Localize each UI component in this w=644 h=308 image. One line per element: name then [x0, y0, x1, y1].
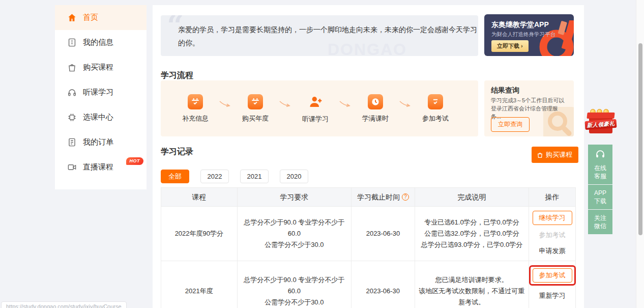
completion-cell: 您已满足培训课时要求。该地区无考试次数限制，不通过可重新考试。 [415, 261, 529, 308]
requirement-line: 公需学分不少于30.0 [265, 239, 324, 250]
live-video-icon [67, 162, 77, 172]
column-header-label: 课程 [192, 191, 206, 203]
tab-2021[interactable]: 2021 [240, 170, 269, 183]
welcome-banner: “ 亲爱的学员，学习是需要长期坚持的，一步一个脚印地走向未来，未来的你一定会感谢… [161, 15, 478, 56]
dongao-watermark: DONGAO [328, 40, 407, 56]
step-arrow-icon [339, 100, 352, 107]
status-bar-url: https://study.dongao.com/study/jxjy/buyC… [1, 301, 127, 308]
app-card-subtitle: 为财会人打造终身学习平台 [491, 31, 555, 38]
sidebar-item-home[interactable]: 首页 [55, 5, 147, 30]
float-button-label: 关注微信 [594, 214, 607, 230]
tab-2020[interactable]: 2020 [280, 170, 308, 183]
app-download-button[interactable]: 立即下载 › [491, 40, 529, 52]
hot-badge: HOT [126, 157, 144, 165]
learning-process-panel: 补充信息购买年度听课学习学满课时参加考试 [161, 80, 478, 136]
online-service-button[interactable]: 在线客服 [588, 145, 612, 184]
course-cell: 2021年度 [161, 261, 238, 308]
app-download-button[interactable]: APP下载 [588, 185, 612, 209]
requirement-line: 总学分不少于90.0 专业学分不少于60.0 [241, 274, 347, 297]
info-doc-icon [67, 38, 77, 47]
completion-line: 该地区无考试次数限制，不通过可重新考试。 [418, 286, 525, 308]
process-step-label: 听课学习 [302, 115, 329, 124]
column-header: 学习要求 [238, 188, 352, 206]
tab-全部[interactable]: 全部 [161, 170, 189, 183]
column-header-label: 操作 [545, 191, 560, 203]
take-exam-button[interactable]: 参加考试 [533, 268, 572, 283]
take-exam-link-disabled: 参加考试 [539, 230, 566, 241]
sidebar-item-label: 听课学习 [83, 88, 113, 97]
table-header-row: 课程学习要求学习截止时间?完成说明操作 [161, 188, 575, 206]
sidebar-item-my-info[interactable]: 我的信息 [55, 30, 147, 55]
process-step-label: 学满课时 [362, 114, 389, 123]
highlight-annotation-box: 参加考试 [529, 265, 576, 286]
sidebar-item-label: 我的订单 [83, 137, 113, 147]
action-cell: 参加考试重新学习申请发票 [529, 261, 575, 308]
follow-wechat-button[interactable]: 关注微信 [588, 210, 612, 234]
step-arrow-icon [399, 100, 412, 107]
sidebar-item-course-center[interactable]: 选课中心 [55, 105, 147, 130]
question-mark-icon[interactable]: ? [402, 193, 409, 201]
newcomer-gift-badge[interactable]: 新人领豪礼 [585, 109, 617, 137]
sidebar-item-buy-courses[interactable]: 购买课程 [55, 55, 147, 80]
apply-invoice-link[interactable]: 申请发票 [539, 306, 566, 308]
sidebar-item-my-orders[interactable]: 我的订单 [55, 130, 147, 155]
main-content: “ 亲爱的学员，学习是需要长期坚持的，一步一个脚印地走向未来，未来的你一定会感谢… [153, 5, 584, 308]
action-cell: 继续学习参加考试申请发票 [529, 207, 575, 261]
process-step-label: 参加考试 [422, 114, 449, 123]
clock-icon [368, 94, 383, 109]
deadline-cell: 2023-06-30 [352, 261, 415, 308]
query-now-button[interactable]: 立即查询 [491, 117, 530, 132]
app-promo-card[interactable]: 东奥继教学堂APP 为财会人打造终身学习平台 立即下载 › [484, 14, 574, 56]
continue-study-button[interactable]: 继续学习 [533, 211, 572, 225]
records-table: 课程学习要求学习截止时间?完成说明操作 2022年度90学分总学分不少于90.0… [161, 187, 576, 308]
column-header-label: 完成说明 [458, 191, 486, 203]
sidebar: 首页我的信息购买课程听课学习选课中心我的订单直播课程HOT [55, 5, 147, 189]
buy-course-button[interactable]: 购买课程 [532, 147, 578, 163]
user-plus-icon [307, 94, 324, 110]
headphones-icon [67, 88, 77, 97]
year-filter-tabs: 全部202220212020 [161, 170, 308, 183]
sidebar-item-label: 购买课程 [83, 63, 113, 72]
requirement-line: 总学分不少于90.0 专业学分不少于60.0 [241, 217, 347, 239]
process-step-label: 补充信息 [182, 114, 209, 123]
sidebar-item-label: 我的信息 [83, 38, 113, 47]
shopping-bag-icon [67, 63, 77, 72]
course-center-icon [67, 113, 77, 122]
shopping-bag-icon [537, 152, 543, 158]
apply-invoice-link[interactable]: 申请发票 [539, 245, 566, 257]
sidebar-item-live-courses[interactable]: 直播课程HOT [55, 155, 147, 180]
process-step: 参加考试 [422, 94, 449, 123]
sidebar-item-listen-study[interactable]: 听课学习 [55, 80, 147, 105]
clipboard-check-icon [428, 94, 443, 109]
step-arrow-icon [219, 100, 232, 107]
requirement-line: 公需学分不少于30.0 [265, 297, 324, 308]
process-step: 听课学习 [302, 94, 329, 124]
column-header: 学习截止时间? [352, 188, 415, 206]
tab-2022[interactable]: 2022 [200, 170, 229, 183]
column-header: 课程 [161, 188, 238, 206]
process-step-label: 购买年度 [242, 114, 269, 123]
result-card-title: 结果查询 [491, 86, 519, 95]
scrollbar-track[interactable] [636, 0, 644, 308]
home-icon [67, 13, 77, 22]
column-header: 完成说明 [415, 188, 529, 206]
process-step: 购买年度 [242, 94, 269, 123]
app-card-title: 东奥继教学堂APP [491, 20, 549, 30]
requirement-cell: 总学分不少于90.0 专业学分不少于60.0公需学分不少于30.0 [238, 207, 352, 261]
completion-line: 总学分已选93.0学分，已学0.0学分 [421, 239, 522, 250]
column-header: 操作 [529, 188, 575, 206]
process-step: 学满课时 [362, 94, 389, 123]
restudy-link[interactable]: 重新学习 [539, 290, 566, 301]
sidebar-item-label: 首页 [83, 13, 98, 22]
calendar-check-icon [188, 94, 203, 109]
scrollbar-thumb[interactable] [638, 43, 642, 235]
completion-cell: 专业已选61.0学分，已学0.0学分公需已选32.0学分，已学0.0学分总学分已… [415, 207, 529, 261]
sidebar-item-label: 选课中心 [83, 113, 113, 122]
table-row: 2021年度总学分不少于90.0 专业学分不少于60.0公需学分不少于30.02… [161, 261, 575, 308]
column-header-label: 学习要求 [280, 191, 308, 203]
float-button-label: APP下载 [594, 189, 607, 205]
completion-line: 专业已选61.0学分，已学0.0学分 [424, 217, 519, 228]
column-header-label: 学习截止时间 [357, 191, 400, 203]
sidebar-item-label: 直播课程 [83, 162, 113, 172]
records-heading: 学习记录 [161, 147, 193, 157]
